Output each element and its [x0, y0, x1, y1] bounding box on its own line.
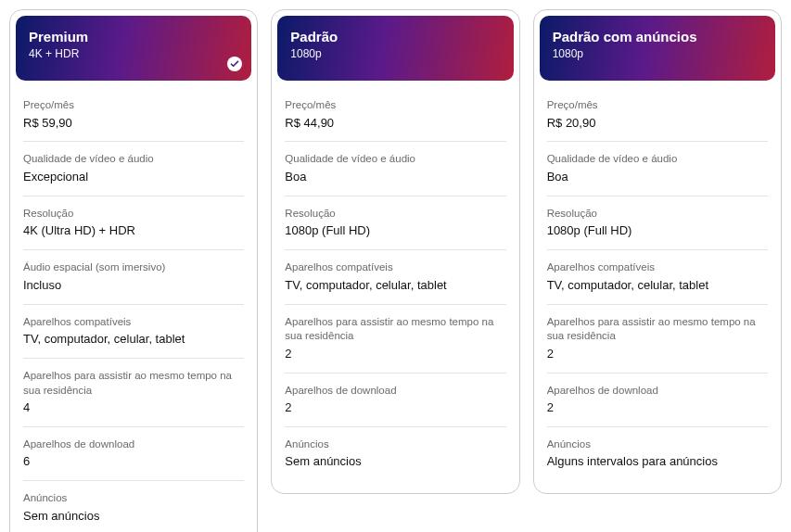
check-circle-icon — [227, 57, 242, 71]
spec-label: Anúncios — [547, 437, 768, 452]
spec-value: TV, computador, celular, tablet — [285, 278, 505, 294]
spec-row: Aparelhos de download2 — [285, 374, 505, 427]
spec-value: 2 — [285, 400, 505, 416]
spec-label: Áudio espacial (som imersivo) — [23, 260, 244, 275]
spec-value: 2 — [547, 400, 768, 416]
spec-row: Aparelhos compatíveisTV, computador, cel… — [285, 250, 505, 304]
spec-row: AnúnciosSem anúncios — [23, 481, 244, 532]
plan-header: Premium 4K + HDR — [16, 16, 251, 81]
spec-value: Alguns intervalos para anúncios — [547, 454, 768, 470]
spec-row: Preço/mêsR$ 20,90 — [547, 88, 768, 142]
spec-label: Anúncios — [23, 491, 244, 506]
spec-value: R$ 20,90 — [547, 116, 768, 132]
spec-value: Boa — [547, 170, 768, 185]
spec-row: Áudio espacial (som imersivo)Incluso — [23, 250, 244, 304]
spec-label: Resolução — [23, 207, 244, 222]
spec-label: Aparelhos para assistir ao mesmo tempo n… — [547, 315, 768, 344]
spec-row: Resolução1080p (Full HD) — [547, 196, 768, 250]
spec-row: AnúnciosAlguns intervalos para anúncios — [547, 427, 768, 480]
spec-label: Anúncios — [285, 437, 505, 452]
spec-label: Preço/mês — [285, 98, 505, 113]
spec-value: 4 — [23, 400, 244, 416]
spec-value: TV, computador, celular, tablet — [23, 332, 244, 348]
plan-body: Preço/mêsR$ 44,90 Qualidade de vídeo e á… — [272, 86, 518, 493]
spec-label: Preço/mês — [547, 98, 768, 113]
plan-title: Padrão — [290, 29, 500, 45]
spec-row: Aparelhos para assistir ao mesmo tempo n… — [23, 359, 244, 427]
spec-label: Qualidade de vídeo e áudio — [285, 152, 505, 167]
spec-label: Aparelhos para assistir ao mesmo tempo n… — [285, 315, 505, 344]
spec-value: Sem anúncios — [23, 509, 244, 525]
plan-title: Padrão com anúncios — [553, 29, 762, 45]
plan-body: Preço/mêsR$ 59,90 Qualidade de vídeo e á… — [10, 86, 257, 532]
spec-label: Preço/mês — [23, 98, 244, 113]
spec-value: Incluso — [23, 278, 244, 294]
spec-value: 1080p (Full HD) — [547, 223, 768, 239]
spec-value: 2 — [285, 347, 505, 362]
plan-card-padrao-anuncios[interactable]: Padrão com anúncios 1080p Preço/mêsR$ 20… — [533, 9, 782, 494]
spec-label: Qualidade de vídeo e áudio — [547, 152, 768, 167]
spec-row: Aparelhos para assistir ao mesmo tempo n… — [285, 305, 505, 374]
spec-label: Resolução — [285, 207, 505, 222]
plan-body: Preço/mêsR$ 20,90 Qualidade de vídeo e á… — [534, 86, 781, 493]
spec-value: Excepcional — [23, 170, 244, 185]
plan-subtitle: 1080p — [290, 47, 500, 60]
spec-value: R$ 44,90 — [285, 116, 505, 132]
spec-value: 6 — [23, 454, 244, 470]
spec-row: Aparelhos para assistir ao mesmo tempo n… — [547, 305, 768, 374]
spec-row: Preço/mêsR$ 59,90 — [23, 88, 244, 142]
spec-label: Aparelhos de download — [547, 384, 768, 399]
plan-card-padrao[interactable]: Padrão 1080p Preço/mêsR$ 44,90 Qualidade… — [271, 9, 519, 494]
spec-row: Preço/mêsR$ 44,90 — [285, 88, 505, 142]
spec-value: R$ 59,90 — [23, 116, 244, 132]
pricing-plans-row: Premium 4K + HDR Preço/mêsR$ 59,90 Quali… — [9, 9, 782, 532]
spec-row: Aparelhos de download6 — [23, 427, 244, 481]
spec-row: Qualidade de vídeo e áudioBoa — [547, 142, 768, 196]
spec-label: Aparelhos de download — [285, 384, 505, 399]
spec-row: AnúnciosSem anúncios — [285, 427, 505, 480]
plan-header: Padrão 1080p — [277, 16, 513, 81]
spec-label: Aparelhos para assistir ao mesmo tempo n… — [23, 369, 244, 398]
plan-subtitle: 1080p — [553, 47, 762, 60]
spec-row: Qualidade de vídeo e áudioBoa — [285, 142, 505, 196]
spec-value: Boa — [285, 170, 505, 185]
spec-value: 4K (Ultra HD) + HDR — [23, 223, 244, 239]
spec-value: Sem anúncios — [285, 454, 505, 470]
spec-row: Resolução4K (Ultra HD) + HDR — [23, 196, 244, 250]
spec-row: Qualidade de vídeo e áudioExcepcional — [23, 142, 244, 196]
plan-header: Padrão com anúncios 1080p — [540, 16, 775, 81]
spec-value: TV, computador, celular, tablet — [547, 278, 768, 294]
spec-row: Resolução1080p (Full HD) — [285, 196, 505, 250]
spec-value: 2 — [547, 347, 768, 362]
spec-label: Qualidade de vídeo e áudio — [23, 152, 244, 167]
plan-title: Premium — [29, 29, 238, 45]
spec-label: Aparelhos compatíveis — [547, 260, 768, 275]
spec-row: Aparelhos de download2 — [547, 374, 768, 427]
spec-row: Aparelhos compatíveisTV, computador, cel… — [23, 305, 244, 359]
spec-label: Resolução — [547, 207, 768, 222]
plan-subtitle: 4K + HDR — [29, 47, 238, 60]
spec-label: Aparelhos compatíveis — [23, 315, 244, 330]
spec-label: Aparelhos compatíveis — [285, 260, 505, 275]
spec-row: Aparelhos compatíveisTV, computador, cel… — [547, 250, 768, 304]
plan-card-premium[interactable]: Premium 4K + HDR Preço/mêsR$ 59,90 Quali… — [9, 9, 258, 532]
spec-value: 1080p (Full HD) — [285, 223, 505, 239]
spec-label: Aparelhos de download — [23, 437, 244, 452]
